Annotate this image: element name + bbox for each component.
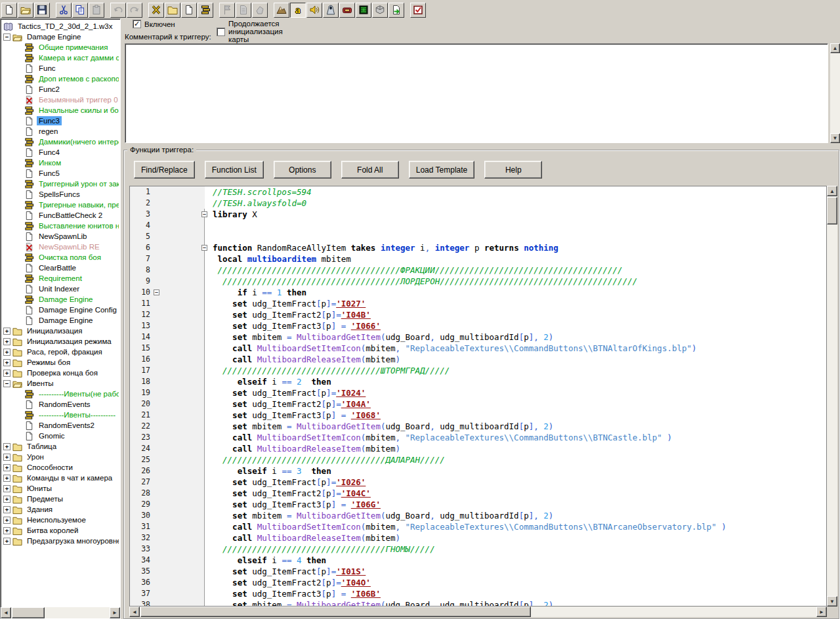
expand-icon[interactable]: + xyxy=(3,517,10,524)
tree-item-newspawnlib-re[interactable]: NewSpawnLib RE xyxy=(2,242,119,252)
object-editor-button[interactable] xyxy=(323,3,339,18)
tree-item-таблица[interactable]: +Таблица xyxy=(2,441,119,452)
campaign-editor-button[interactable] xyxy=(339,3,355,18)
tree-item-безымянный-триггер-0[interactable]: Безымянный триггер 0 xyxy=(2,95,119,105)
open-map-button[interactable] xyxy=(18,3,33,18)
expand-icon[interactable]: + xyxy=(3,485,10,492)
tree-item-tactics-td-2-30d-2-1-w3x[interactable]: Tactics_TD_2_30d_2_1.w3x xyxy=(2,21,119,32)
tree-item-requirement[interactable]: Requirement xyxy=(2,273,119,284)
map-init-checkbox[interactable]: Продолжается инициализация карты xyxy=(217,20,283,43)
tree-item-randomevents[interactable]: RandomEvents xyxy=(2,399,119,410)
editor-vertical-scrollbar[interactable]: ▲ ▼ xyxy=(827,186,837,607)
options-button[interactable]: Options xyxy=(274,161,331,179)
find-replace-button[interactable]: Find/Replace xyxy=(134,161,195,179)
expand-icon[interactable]: + xyxy=(3,349,10,356)
new-category-button[interactable] xyxy=(165,3,180,18)
fold-minus-icon[interactable]: − xyxy=(201,211,207,217)
fold-minus-icon[interactable]: − xyxy=(154,289,159,295)
editor-horizontal-scrollbar[interactable]: ◄ ► xyxy=(129,607,827,617)
new-trigger-comment-button[interactable] xyxy=(198,3,213,18)
tree-item-ивенты-не-рабочи[interactable]: ----------Ивенты(не рабочи xyxy=(2,389,119,399)
tree-item-тригерные-навыки-пре[interactable]: Тригерные навыки, пре xyxy=(2,200,119,210)
expand-icon[interactable]: + xyxy=(3,359,10,366)
scroll-down-icon[interactable]: ▼ xyxy=(830,133,840,143)
expand-icon[interactable]: + xyxy=(3,338,10,345)
expand-icon[interactable]: + xyxy=(3,475,10,482)
tree-item-дроп-итемов-с-раскопо[interactable]: Дроп итемов с раскопо xyxy=(2,74,119,84)
scroll-up-icon[interactable]: ▲ xyxy=(830,43,840,53)
tree-item-команды-в-чат-и-камера[interactable]: +Команды в чат и камера xyxy=(2,473,119,483)
sound-editor-button[interactable] xyxy=(306,3,322,18)
enabled-checkbox-box[interactable]: ✓ xyxy=(133,20,141,28)
expand-icon[interactable]: + xyxy=(3,506,10,513)
enabled-checkbox[interactable]: ✓ Включен xyxy=(133,20,175,28)
tree-item-способности[interactable]: +Способности xyxy=(2,462,119,473)
expand-icon[interactable]: + xyxy=(3,464,10,471)
load-template-button[interactable]: Load Template xyxy=(409,161,475,179)
expand-icon[interactable]: + xyxy=(3,328,10,335)
tree-item-regen[interactable]: regen xyxy=(2,126,119,137)
cut-button[interactable] xyxy=(56,3,72,18)
object-manager-button[interactable] xyxy=(372,3,388,18)
tree-item-юниты[interactable]: +Юниты xyxy=(2,483,119,494)
tree-item-раса-герой-фракция[interactable]: +Раса, герой, фракция xyxy=(2,347,119,357)
tree-item-инком[interactable]: Инком xyxy=(2,158,119,168)
tree-hscroll-thumb[interactable] xyxy=(12,607,45,618)
tree-item-spellsfuncs[interactable]: SpellsFuncs xyxy=(2,189,119,200)
new-trigger-button[interactable] xyxy=(181,3,197,18)
tree-item-предзагрузка-многоуровне[interactable]: +Предзагрузка многоуровне xyxy=(2,536,119,546)
delete-button[interactable] xyxy=(148,3,164,18)
tree-item-func3[interactable]: Func3 xyxy=(2,116,119,126)
fold-minus-icon[interactable]: − xyxy=(201,245,207,251)
editor-hscroll-thumb[interactable] xyxy=(140,607,531,617)
tree-item-даммики-ничего-интере[interactable]: Даммики(ничего интере xyxy=(2,137,119,147)
tree-item-clearbattle[interactable]: ClearBattle xyxy=(2,263,119,273)
tree-item-funcbattlecheck-2[interactable]: FuncBattleCheck 2 xyxy=(2,210,119,221)
tree-item-инициализация[interactable]: +Инициализация xyxy=(2,326,119,336)
tree-item-урон[interactable]: +Урон xyxy=(2,452,119,462)
import-manager-button[interactable] xyxy=(388,3,404,18)
expand-icon[interactable]: + xyxy=(3,370,10,377)
scroll-right-icon[interactable]: ► xyxy=(816,607,827,617)
code-lines[interactable]: 1//TESH.scrollpos=5942//TESH.alwaysfold=… xyxy=(129,186,827,607)
collapse-icon[interactable]: − xyxy=(3,380,10,387)
scroll-down-icon[interactable]: ▼ xyxy=(827,596,837,607)
trigger-comment-input[interactable] xyxy=(125,43,828,143)
expand-icon[interactable]: + xyxy=(3,538,10,545)
tree-item-func[interactable]: Func xyxy=(2,63,119,74)
copy-button[interactable] xyxy=(72,3,88,18)
code-editor[interactable]: 1//TESH.scrollpos=5942//TESH.alwaysfold=… xyxy=(129,186,837,617)
tree-item-damage-engine[interactable]: −Damage Engine xyxy=(2,32,119,42)
tree-item-func4[interactable]: Func4 xyxy=(2,147,119,158)
tree-item-режимы-боя[interactable]: +Режимы боя xyxy=(2,357,119,368)
tree-item-начальные-скилы-и-бон[interactable]: Начальные скилы и бон xyxy=(2,105,119,116)
tree-item-newspawnlib[interactable]: NewSpawnLib xyxy=(2,231,119,242)
function-list-button[interactable]: Function List xyxy=(205,161,264,179)
expand-icon[interactable]: + xyxy=(3,443,10,450)
tree-item-gnomic[interactable]: Gnomic xyxy=(2,431,119,441)
tree-item-битва-королей[interactable]: +Битва королей xyxy=(2,525,119,536)
scroll-up-icon[interactable]: ▲ xyxy=(827,186,837,196)
expand-icon[interactable]: + xyxy=(3,496,10,503)
tree-item-очистка-поля-боя[interactable]: Очистка поля боя xyxy=(2,252,119,263)
ai-editor-button[interactable] xyxy=(356,3,371,18)
tree-item-func5[interactable]: Func5 xyxy=(2,168,119,179)
help-button[interactable]: Help xyxy=(484,161,542,179)
tree-horizontal-scrollbar[interactable]: ◄ ► xyxy=(1,607,120,618)
trigger-editor-button[interactable]: a xyxy=(290,3,306,18)
tree-item-камера-и-каст-дамми-с[interactable]: Камера и каст дамми с xyxy=(2,53,119,63)
tree-item-damage-engine-config[interactable]: Damage Engine Config xyxy=(2,305,119,315)
tree-item-триггерный-урон-от-зак[interactable]: Триггерный урон от зак xyxy=(2,179,119,189)
scroll-right-icon[interactable]: ► xyxy=(110,607,120,618)
fold-all-button[interactable]: Fold All xyxy=(341,161,399,179)
tree-item-ивенты[interactable]: ----------Ивенты---------- xyxy=(2,410,119,420)
tree-item-damage-engine[interactable]: Damage Engine xyxy=(2,315,119,326)
tree-item-unit-indexer[interactable]: Unit Indexer xyxy=(2,284,119,294)
terrain-editor-button[interactable] xyxy=(274,3,289,18)
map-init-checkbox-box[interactable] xyxy=(217,28,225,36)
expand-icon[interactable]: + xyxy=(3,454,10,461)
new-map-button[interactable] xyxy=(1,3,17,18)
editor-vscroll-thumb[interactable] xyxy=(827,197,837,224)
tree-item-инициализация-режима[interactable]: +Инициализация режима xyxy=(2,336,119,347)
tree-item-randomevents2[interactable]: RandomEvents2 xyxy=(2,420,119,431)
